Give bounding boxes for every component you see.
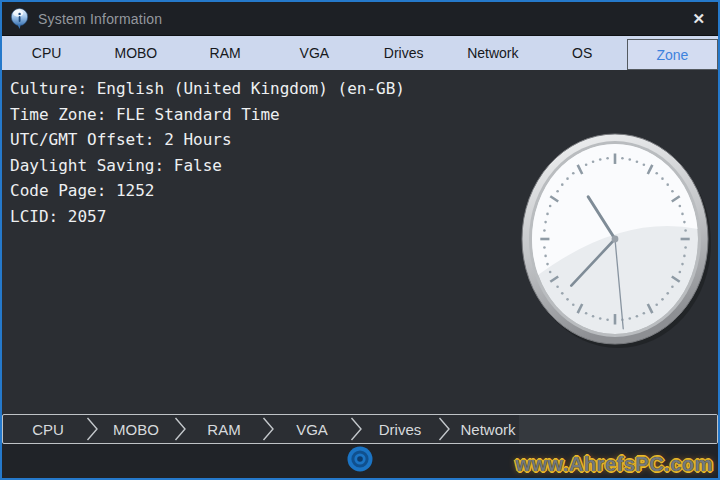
status-bar: www.AhrefsPC.com [2,444,718,478]
system-information-window: System Information ✕ CPUMOBORAMVGADrives… [0,0,720,480]
tab-drives[interactable]: Drives [359,36,448,70]
breadcrumb-item-cpu[interactable]: CPU [17,415,79,443]
analog-clock [515,127,717,353]
breadcrumb: CPUMOBORAMVGADrivesNetwork [2,414,718,444]
breadcrumb-item-mobo[interactable]: MOBO [105,415,167,443]
chevron-separator-icon [167,415,193,443]
info-line-culture: Culture: English (United Kingdom) (en-GB… [10,76,718,102]
breadcrumb-item-network[interactable]: Network [457,415,519,443]
breadcrumb-empty-segment [519,414,718,444]
close-icon[interactable]: ✕ [679,2,718,35]
info-line-time-zone: Time Zone: FLE Standard Time [10,102,718,128]
tab-network[interactable]: Network [448,36,537,70]
tab-bar: CPUMOBORAMVGADrivesNetworkOSZone [2,36,718,70]
target-icon[interactable] [346,445,374,473]
breadcrumb-item-drives[interactable]: Drives [369,415,431,443]
titlebar: System Information ✕ [2,2,718,36]
tab-vga[interactable]: VGA [270,36,359,70]
chevron-separator-icon [343,415,369,443]
breadcrumb-item-ram[interactable]: RAM [193,415,255,443]
tab-ram[interactable]: RAM [181,36,270,70]
info-balloon-icon [10,8,29,30]
breadcrumb-item-vga[interactable]: VGA [281,415,343,443]
tab-os[interactable]: OS [538,36,627,70]
chevron-separator-icon [431,415,457,443]
chevron-separator-icon [79,415,105,443]
zone-content-panel: Culture: English (United Kingdom) (en-GB… [2,70,718,414]
window-title: System Information [38,11,162,27]
chevron-separator-icon [255,415,281,443]
tab-cpu[interactable]: CPU [2,36,91,70]
watermark-text: www.AhrefsPC.com [516,453,713,476]
tab-zone[interactable]: Zone [627,39,718,70]
tab-mobo[interactable]: MOBO [91,36,180,70]
